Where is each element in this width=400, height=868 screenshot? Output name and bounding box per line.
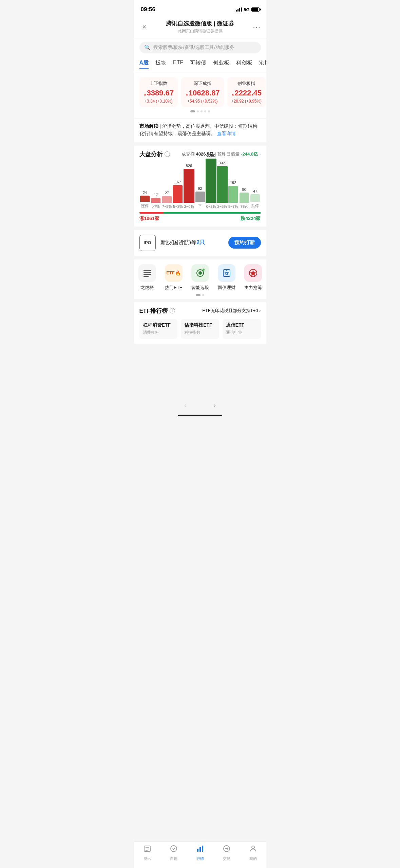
rise-fall-bar [139,212,261,214]
tools-row: 龙虎榜 ETF 🔥 热门ETF 智能选股 [134,264,266,291]
bar-0to2-red [184,169,194,203]
cy-index-change: +20.92 (+0.95%) [231,99,262,104]
tab-board[interactable]: 板块 [155,59,166,69]
tab-star[interactable]: 科创板 [236,59,252,69]
search-placeholder: 搜索股票/板块/资讯/选股工具/功能服务 [153,44,235,51]
smart-select-icon [191,264,209,282]
svg-rect-1 [144,272,151,273]
battery-icon [251,7,260,12]
bar-flat [195,192,205,202]
sz-index-change: +54.95 (+0.52%) [185,99,220,104]
bar-col-0to2-red: 826 2~0% [184,164,195,209]
fall-label: 跌4224家 [241,216,261,222]
bar-col-flat: 92 平 [194,186,206,209]
tab-hk[interactable]: 港股 [259,59,266,69]
etf-section: ETF排行榜 i ETF无印花税且部分支持T+0 › 杠杆消费ETF 消费杠杆 … [134,302,266,344]
more-button[interactable]: ··· [251,23,261,31]
market-insight-link[interactable]: 查看详情 [217,131,236,136]
etf-card-2-title: 估指科技ETF [184,322,216,328]
cards-row: 上证指数 3389.67 +3.34 (+0.10%) 深证成指 10628.8… [139,77,261,107]
index-card-cy[interactable]: 创业板指 2222.45 +20.92 (+0.95%) [227,77,266,107]
signal-bars-icon [236,7,242,12]
bar-col-0to2-green: 2230 0~2% [206,153,217,209]
info-icon[interactable]: i [165,151,170,157]
header: × 腾讯自选股微信版 | 微证券 此网页由腾讯微证券提供 ··· [134,17,266,38]
dot-5 [208,110,210,112]
bar-col-2to5: 167 5~2% [172,180,184,209]
svg-rect-3 [144,276,149,277]
status-time: 09:56 [141,6,155,13]
search-wrap: 🔍 搜索股票/板块/资讯/选股工具/功能服务 [134,38,266,57]
quick-tools: 龙虎榜 ETF 🔥 热门ETF 智能选股 [134,259,266,299]
sh-index-change: +3.34 (+0.10%) [144,99,174,104]
tool-dragon-tiger[interactable]: 龙虎榜 [135,264,159,291]
etf-title-row: ETF排行榜 i [139,307,175,315]
ipo-text: 新股(国货航)等2只 [160,239,224,246]
sz-index-value: 10628.87 [185,89,220,97]
back-button[interactable]: ‹ [184,401,187,409]
rise-fall-labels: 涨1061家 跌4224家 [139,216,261,222]
index-card-sh[interactable]: 上证指数 3389.67 +3.34 (+0.10%) [139,77,178,107]
status-bar: 09:56 5G [134,0,266,17]
hot-etf-icon: ETF 🔥 [165,264,183,282]
ipo-subscribe-button[interactable]: 预约打新 [228,237,261,249]
etf-meta: ETF无印花税且部分支持T+0 › [202,308,261,314]
etf-card-1-title: 杠杆消费ETF [143,322,174,328]
tab-convertible[interactable]: 可转债 [190,59,206,69]
index-card-sz[interactable]: 深证成指 10628.87 +54.95 (+0.52%) [181,77,224,107]
tab-etf[interactable]: ETF [173,59,183,69]
etf-section-title: ETF排行榜 [139,307,168,315]
bar-limit-up [140,196,150,202]
close-button[interactable]: × [139,23,150,31]
tool-bond[interactable]: 国债理财 [214,264,239,291]
tool-smart-select[interactable]: 智能选股 [188,264,212,291]
tools-dots [134,294,266,296]
dot-1 [190,110,195,112]
market-insight-label: 市场解读 [139,123,158,129]
home-bar [178,415,222,416]
bar-chart: 24 涨停 17 >7% 27 7~5% 167 5~2% 826 2~0% [139,162,261,210]
bar-2to5 [173,185,183,203]
market-insight: 市场解读 | 沪指弱势，高位股退潮。中信建投：短期结构化行情有望持续，震荡仍是主… [134,119,266,142]
cy-index-name: 创业板指 [231,80,262,87]
compare-label: | 较昨日缩量 [215,151,240,157]
tab-a-stock[interactable]: A股 [139,59,149,69]
carousel-dots [139,110,261,112]
etf-info-icon[interactable]: i [170,308,175,313]
tool-main-force[interactable]: 主力抢筹 [241,264,265,291]
main-force-icon [244,264,262,282]
svg-rect-2 [144,274,151,275]
rise-label: 涨1061家 [139,216,159,222]
search-bar[interactable]: 🔍 搜索股票/板块/资讯/选股工具/功能服务 [139,42,261,53]
svg-point-5 [198,271,202,275]
bar-5to7-green [228,186,238,203]
rise-portion [139,212,164,214]
section-title: 大盘分析 [139,150,163,158]
bond-label: 国债理财 [218,285,235,291]
tool-hot-etf[interactable]: ETF 🔥 热门ETF [161,264,186,291]
search-icon: 🔍 [144,44,151,51]
bar-col-5to7: 27 7~5% [161,191,173,209]
etf-card-2[interactable]: 估指科技ETF 科技指数 [181,319,219,339]
status-icons: 5G [236,7,259,12]
etf-card-3[interactable]: 通信ETF 通信行业 [223,319,261,339]
tools-dot-2 [202,294,204,296]
fall-portion [164,212,261,214]
volume-label: 成交额 [182,151,195,157]
forward-button[interactable]: › [214,401,216,409]
market-analysis-section: 大盘分析 i 成交额 4826.5亿 | 较昨日缩量 -244.8亿 › 24 … [134,146,266,227]
main-force-label: 主力抢筹 [244,285,262,291]
header-subtitle: 此网页由腾讯微证券提供 [150,28,251,34]
ipo-icon: IPO [139,235,156,251]
compare-value: -244.8亿 [241,151,258,157]
etf-card-1[interactable]: 杠杆消费ETF 消费杠杆 [139,319,178,339]
etf-meta-text: ETF无印花税且部分支持T+0 › [202,308,261,313]
chevron-right-icon: › [259,152,261,157]
etf-card-1-sub: 消费杠杆 [143,330,174,336]
tab-chinext[interactable]: 创业板 [213,59,229,69]
index-cards: 上证指数 3389.67 +3.34 (+0.10%) 深证成指 10628.8… [134,73,266,119]
sz-index-name: 深证成指 [185,80,220,87]
bar-5to7 [162,196,172,203]
ipo-banner: IPO 新股(国货航)等2只 预约打新 [134,230,266,256]
dot-3 [201,110,203,112]
